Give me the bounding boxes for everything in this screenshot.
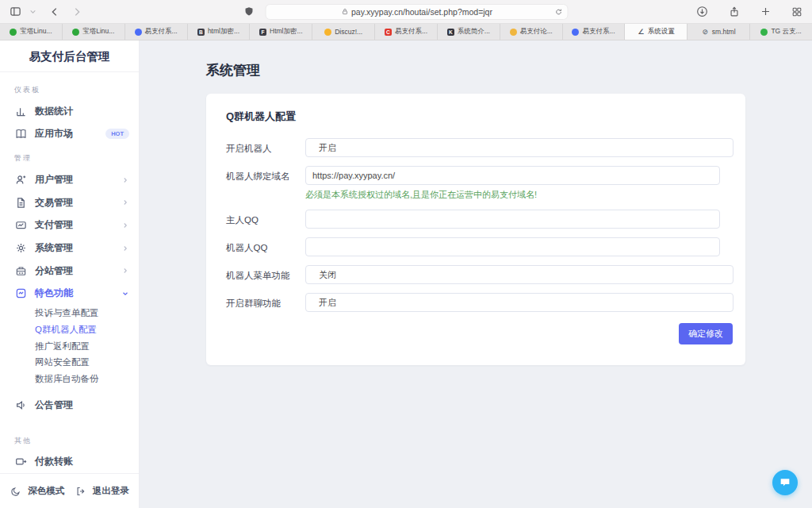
field-label: 开启群聊功能 bbox=[226, 293, 305, 312]
sidebar-item-stats[interactable]: 数据统计 bbox=[0, 100, 139, 123]
tab-favicon-baota bbox=[72, 29, 79, 36]
tab-label: sm.html bbox=[712, 28, 736, 36]
browser-tab[interactable]: TG 云支... bbox=[750, 24, 812, 40]
sidebar-item-users[interactable]: 用户管理 bbox=[0, 168, 139, 191]
back-button-icon[interactable] bbox=[49, 6, 60, 17]
browser-tab[interactable]: ⊘sm.html bbox=[688, 24, 750, 40]
forward-button-icon[interactable] bbox=[71, 6, 82, 17]
browser-tab[interactable]: 易支付系... bbox=[563, 24, 626, 40]
sidebar-item-features[interactable]: 特色功能 bbox=[0, 283, 139, 306]
card-icon bbox=[14, 219, 27, 231]
reload-icon[interactable] bbox=[555, 8, 563, 16]
sidebar-item-label: 用户管理 bbox=[35, 173, 73, 187]
sidebar-item-trade[interactable]: 交易管理 bbox=[0, 191, 139, 214]
field-label: 机器人QQ bbox=[226, 237, 305, 256]
browser-tab[interactable]: C易支付系... bbox=[375, 24, 438, 40]
subitem-label: 投诉与查单配置 bbox=[35, 307, 99, 319]
field-label: 机器人绑定域名 bbox=[226, 166, 305, 201]
sidebar-toggle-icon[interactable] bbox=[10, 6, 21, 17]
chat-bubble-icon bbox=[779, 476, 791, 489]
browser-tab[interactable]: Discuz!... bbox=[312, 24, 375, 40]
browser-tab[interactable]: Bhtml加密... bbox=[188, 24, 251, 40]
sidebar-item-label: 系统管理 bbox=[35, 241, 73, 255]
tab-favicon-forum bbox=[510, 29, 517, 36]
form-row: 机器人QQ bbox=[226, 237, 733, 256]
tab-favicon-tg bbox=[760, 29, 768, 36]
sidebar-item-label: 公告管理 bbox=[35, 398, 73, 412]
tab-favicon-smhtml: ⊘ bbox=[702, 29, 709, 36]
sidebar-item-label: 交易管理 bbox=[35, 196, 73, 210]
field-label: 开启机器人 bbox=[226, 138, 305, 157]
field-label: 主人QQ bbox=[226, 210, 305, 229]
group-chat-select[interactable] bbox=[305, 293, 733, 312]
tab-label: Html加密... bbox=[270, 27, 303, 37]
logout-button[interactable]: 退出登录 bbox=[75, 485, 129, 497]
sidebar-item-branch[interactable]: 分站管理 bbox=[0, 260, 139, 283]
privacy-shield-icon[interactable] bbox=[244, 6, 255, 17]
form-row: 开启机器人 bbox=[226, 138, 733, 157]
logout-label: 退出登录 bbox=[93, 485, 129, 497]
tab-label: 系统简介... bbox=[458, 27, 490, 37]
tab-label: 宝塔Linu... bbox=[82, 27, 114, 37]
owner-qq-input[interactable] bbox=[305, 210, 720, 229]
sidebar-item-announce[interactable]: 公告管理 bbox=[0, 394, 139, 417]
form-row: 机器人菜单功能 bbox=[226, 265, 733, 284]
section-label-dashboard: 仪表板 bbox=[0, 85, 139, 95]
downloads-icon[interactable] bbox=[696, 6, 708, 17]
confirm-submit-button[interactable]: 确定修改 bbox=[679, 323, 733, 344]
sidebar-item-system[interactable]: 系统管理 bbox=[0, 237, 139, 260]
tab-label: html加密... bbox=[208, 27, 239, 37]
sidebar-footer: 深色模式 退出登录 bbox=[0, 473, 139, 508]
new-tab-icon[interactable] bbox=[760, 6, 771, 17]
tab-label: Discuz!... bbox=[335, 28, 362, 36]
domain-note: 必须是本系统授权过的域名,且是你正在运营中的易支付域名! bbox=[305, 189, 733, 201]
sidebar-item-pay[interactable]: 支付管理 bbox=[0, 214, 139, 237]
chevron-down-icon[interactable] bbox=[29, 8, 36, 15]
sidebar-item-label: 数据统计 bbox=[35, 105, 73, 118]
moon-icon bbox=[10, 486, 22, 497]
bind-domain-input[interactable] bbox=[305, 166, 720, 185]
robot-qq-input[interactable] bbox=[305, 237, 720, 256]
form-row: 开启群聊功能 bbox=[226, 293, 733, 312]
section-label-other: 其他 bbox=[0, 436, 139, 446]
subitem-label: 推广返利配置 bbox=[35, 341, 90, 352]
dark-mode-toggle[interactable]: 深色模式 bbox=[10, 485, 64, 497]
browser-tab[interactable]: FHtml加密... bbox=[250, 24, 312, 40]
sidebar: 易支付后台管理 仪表板 数据统计 应用市场 HOT 管理 用户管理 交易管理 bbox=[0, 40, 140, 508]
sidebar-subitem-security[interactable]: 网站安全配置 bbox=[0, 355, 139, 371]
tab-favicon-epay bbox=[572, 29, 579, 36]
form-row: 主人QQ bbox=[226, 210, 733, 229]
sidebar-subitem-rebate[interactable]: 推广返利配置 bbox=[0, 338, 139, 355]
sidebar-subitem-qbot[interactable]: Q群机器人配置 bbox=[0, 321, 139, 338]
browser-tab[interactable]: 易支付论... bbox=[500, 24, 563, 40]
gear-icon bbox=[14, 242, 27, 254]
sidebar-item-transfer[interactable]: 付款转账 bbox=[0, 451, 139, 474]
browser-tab[interactable]: K系统简介... bbox=[438, 24, 500, 40]
sidebar-item-label: 应用市场 bbox=[35, 127, 73, 140]
share-icon[interactable] bbox=[729, 6, 740, 17]
robot-enable-select[interactable] bbox=[305, 138, 733, 157]
chevron-right-icon bbox=[121, 267, 129, 275]
tab-overview-icon[interactable] bbox=[791, 6, 802, 17]
browser-tab-active[interactable]: ∠系统设置 bbox=[625, 24, 688, 40]
subitem-label: 网站安全配置 bbox=[35, 356, 90, 368]
main-content: 系统管理 Q群机器人配置 开启机器人 机器人绑定域名 必须是本系统授权过的域名,… bbox=[140, 40, 812, 508]
section-label-manage: 管理 bbox=[0, 153, 139, 164]
sidebar-subitem-backup[interactable]: 数据库自动备份 bbox=[0, 371, 139, 387]
sidebar-item-market[interactable]: 应用市场 HOT bbox=[0, 123, 139, 146]
tab-label: 易支付系... bbox=[395, 27, 427, 37]
tab-label: TG 云支... bbox=[771, 27, 801, 37]
address-bar[interactable]: pay.xyypay.cn/houtai/set.php?mod=jqr bbox=[266, 4, 569, 20]
menu-feature-select[interactable] bbox=[305, 265, 733, 284]
browser-tab[interactable]: 易支付系... bbox=[125, 24, 188, 40]
chat-widget-button[interactable] bbox=[772, 470, 798, 495]
sidebar-subitem-complaint[interactable]: 投诉与查单配置 bbox=[0, 305, 139, 321]
subitem-label: 数据库自动备份 bbox=[35, 373, 99, 385]
tab-favicon-discuz bbox=[324, 29, 331, 36]
chevron-right-icon bbox=[121, 198, 129, 206]
tab-label: 宝塔Linu... bbox=[20, 27, 52, 37]
browser-tab[interactable]: 宝塔Linu... bbox=[63, 24, 125, 40]
tab-label: 系统设置 bbox=[648, 27, 675, 37]
logout-icon bbox=[75, 486, 87, 497]
browser-tab[interactable]: 宝塔Linu... bbox=[0, 24, 63, 40]
